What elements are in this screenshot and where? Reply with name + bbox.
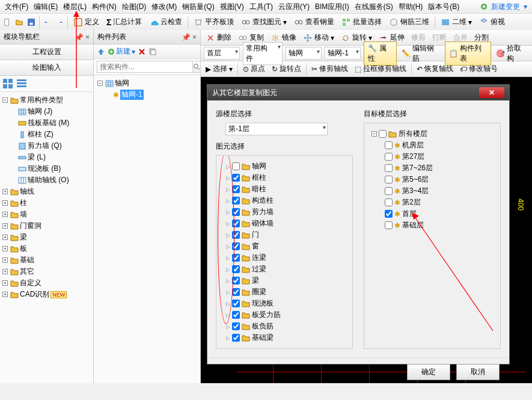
common-comp-dropdown[interactable]: 常用构件 bbox=[243, 42, 283, 65]
tree-item-axis[interactable]: 轴网 (J) bbox=[1, 106, 92, 117]
menu-bim[interactable]: BIM应用(I) bbox=[313, 1, 351, 13]
element-checkbox[interactable] bbox=[232, 174, 240, 182]
element-checkbox[interactable] bbox=[232, 288, 240, 296]
element-item[interactable]: ▷板受力筋 bbox=[221, 309, 347, 321]
element-item[interactable]: ▷现浇板 bbox=[221, 298, 347, 309]
element-checkbox[interactable] bbox=[232, 300, 240, 307]
cancel-button[interactable]: 取消 bbox=[456, 364, 500, 380]
search-button[interactable] bbox=[193, 61, 201, 73]
source-floor-dropdown[interactable]: 第-1层 bbox=[225, 123, 328, 135]
mid-tree[interactable]: −轴网 ✱轴网-1 bbox=[94, 75, 200, 383]
dialog-titlebar[interactable]: 从其它楼层复制图元 ✕ bbox=[207, 85, 509, 100]
element-checkbox[interactable] bbox=[232, 242, 240, 250]
element-checkbox[interactable] bbox=[232, 311, 240, 319]
rebar-3d-button[interactable]: 钢筋三维 bbox=[387, 16, 431, 28]
element-item[interactable]: ▷框柱 bbox=[221, 172, 347, 183]
menu-online[interactable]: 在线服务(S) bbox=[353, 1, 395, 13]
menu-view[interactable]: 视图(V) bbox=[218, 1, 246, 13]
element-item[interactable]: ▷圈梁 bbox=[221, 286, 347, 298]
tab-drawing-input[interactable]: 绘图输入 bbox=[0, 60, 93, 76]
element-checkbox[interactable] bbox=[232, 277, 240, 285]
tree-cat-beam[interactable]: +梁 bbox=[1, 232, 92, 243]
tab-project-settings[interactable]: 工程设置 bbox=[0, 45, 93, 60]
element-item[interactable]: ▷板负筋 bbox=[221, 321, 347, 332]
target-item[interactable]: ✱机房层 bbox=[369, 140, 495, 151]
target-item[interactable]: ✱第3~4层 bbox=[369, 185, 495, 197]
element-item[interactable]: ▷基础梁 bbox=[221, 332, 347, 343]
mid-tree-item[interactable]: ✱轴网-1 bbox=[95, 89, 199, 100]
batch-select-button[interactable]: 批量选择 bbox=[340, 16, 384, 28]
tree-item-beam[interactable]: 梁 (L) bbox=[1, 152, 92, 163]
menu-draw[interactable]: 绘图(D) bbox=[120, 1, 148, 13]
target-checkbox[interactable] bbox=[385, 164, 393, 172]
menu-rebar[interactable]: 钢筋量(Q) bbox=[180, 1, 216, 13]
element-item[interactable]: ▷连梁 bbox=[221, 252, 347, 263]
target-root-checkbox[interactable] bbox=[379, 130, 387, 138]
mid-tree-root[interactable]: −轴网 bbox=[95, 78, 199, 89]
target-item[interactable]: ✱第2层 bbox=[369, 197, 495, 208]
tree-cat-custom[interactable]: +自定义 bbox=[1, 277, 92, 289]
target-item[interactable]: ✱第7~26层 bbox=[369, 162, 495, 174]
tree-cat-other[interactable]: +其它 bbox=[1, 266, 92, 277]
element-item[interactable]: ▷剪力墙 bbox=[221, 206, 347, 218]
menu-floor[interactable]: 楼层(L) bbox=[61, 1, 88, 13]
new-change-button[interactable]: 新建变更 ▾ bbox=[478, 0, 529, 14]
element-checkbox[interactable] bbox=[232, 334, 240, 342]
property-button[interactable]: 🔧 属性 bbox=[364, 42, 397, 66]
edit-rebar-button[interactable]: ✏️ 编辑钢筋 bbox=[400, 42, 442, 65]
menu-version[interactable]: 版本号(B) bbox=[426, 1, 461, 13]
element-checkbox[interactable] bbox=[232, 162, 240, 170]
target-root[interactable]: −所有楼层 bbox=[369, 128, 495, 140]
dialog-close-button[interactable]: ✕ bbox=[479, 87, 504, 98]
cloud-check-button[interactable]: 云检查 bbox=[147, 16, 184, 28]
tree-cat-found[interactable]: +基础 bbox=[1, 254, 92, 266]
target-item[interactable]: ✱基础层 bbox=[369, 220, 495, 231]
menu-file[interactable]: 文件(F) bbox=[3, 1, 30, 13]
target-checkbox[interactable] bbox=[385, 198, 393, 206]
target-checkbox[interactable] bbox=[385, 153, 393, 161]
2d-button[interactable]: 二维 ▾ bbox=[439, 16, 474, 28]
menu-component[interactable]: 构件(N) bbox=[90, 1, 118, 13]
search-input[interactable] bbox=[97, 61, 193, 73]
element-item[interactable]: ▷轴网 bbox=[221, 161, 347, 172]
element-checkbox[interactable] bbox=[232, 265, 240, 273]
tree-cat-axis[interactable]: +轴线 bbox=[1, 186, 92, 197]
tree-item-frame-col[interactable]: 框柱 (Z) bbox=[1, 129, 92, 140]
floor-dropdown[interactable]: 首层 bbox=[204, 47, 240, 60]
element-item[interactable]: ▷梁 bbox=[221, 275, 347, 286]
element-item[interactable]: ▷过梁 bbox=[221, 263, 347, 275]
tree-item-shear-wall[interactable]: 剪力墙 (Q) bbox=[1, 140, 92, 152]
list-view-icon[interactable] bbox=[16, 78, 27, 89]
menu-help[interactable]: 帮助(H) bbox=[397, 1, 425, 13]
open-icon[interactable] bbox=[15, 18, 23, 26]
tree-item-raft[interactable]: 筏板基础 (M) bbox=[1, 117, 92, 129]
find-element-button[interactable]: 查找图元 ▾ bbox=[239, 16, 289, 28]
pick-comp-button[interactable]: 🎯 拾取构 bbox=[494, 42, 529, 65]
bird-view-button[interactable]: 俯视 bbox=[477, 16, 507, 28]
tree-cat-cad[interactable]: +CAD识别 NEW bbox=[1, 289, 92, 300]
select-button[interactable]: ▶ 选择 ▾ bbox=[204, 63, 234, 75]
delete-icon[interactable] bbox=[138, 48, 146, 56]
target-checkbox[interactable] bbox=[385, 187, 393, 195]
menu-cloud[interactable]: 云应用(Y) bbox=[277, 1, 311, 13]
level-top-button[interactable]: 平齐板顶 bbox=[192, 16, 236, 28]
delete-button[interactable]: 删除 bbox=[204, 31, 233, 44]
modify-axis-tag-button[interactable]: 🏷 修改轴号 bbox=[458, 63, 500, 75]
new-component-button[interactable]: 新建 ▾ bbox=[108, 46, 135, 57]
target-checkbox[interactable] bbox=[385, 141, 393, 149]
pin-icon[interactable]: 📌 × bbox=[75, 33, 90, 42]
target-item[interactable]: ✱第27层 bbox=[369, 151, 495, 162]
pin-icon[interactable]: 📌 × bbox=[182, 33, 197, 42]
target-item[interactable]: ✱首层 bbox=[369, 208, 495, 220]
element-checkbox[interactable] bbox=[232, 322, 240, 330]
undo-icon[interactable] bbox=[43, 18, 52, 26]
menu-edit[interactable]: 编辑(E) bbox=[32, 1, 60, 13]
restore-axis-button[interactable]: ↶ 恢复轴线 bbox=[415, 63, 455, 75]
element-item[interactable]: ▷窗 bbox=[221, 241, 347, 252]
trim-axis-button[interactable]: ✂ 修剪轴线 bbox=[310, 63, 350, 75]
element-item[interactable]: ▷构造柱 bbox=[221, 195, 347, 206]
view-rebar-qty-button[interactable]: 查看钢量 bbox=[292, 16, 336, 28]
tree-item-aux-axis[interactable]: 辅助轴线 (O) bbox=[1, 174, 92, 186]
tree-cat-slab[interactable]: +板 bbox=[1, 243, 92, 254]
comp-list-button[interactable]: 📋 构件列表 bbox=[445, 42, 492, 66]
